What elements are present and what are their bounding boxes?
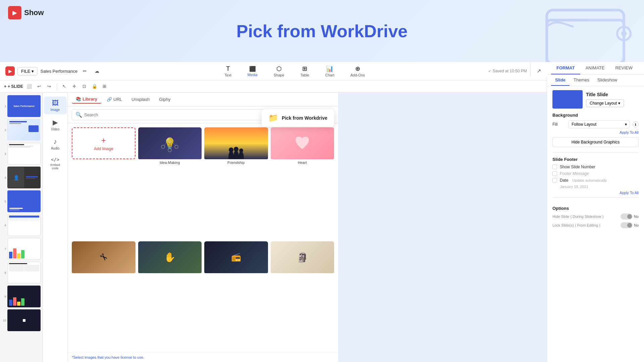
sidebar-item-image[interactable]: 🖼 Image — [44, 97, 67, 114]
redo-icon[interactable]: ↪ — [45, 82, 53, 90]
lock-slide-toggle[interactable]: No — [621, 222, 639, 228]
workdrive-label: Pick from Workdrive — [282, 115, 327, 121]
lock-slide-value: No — [634, 223, 639, 227]
sub-tab-slideshow[interactable]: Slideshow — [593, 75, 621, 86]
tool-shape[interactable]: ⬡ Shape — [271, 64, 287, 78]
slide-8-num: 8 — [2, 271, 6, 275]
footer-message-row: Footer Message — [552, 171, 639, 176]
sidebar-item-video[interactable]: ▶ Video — [44, 116, 67, 134]
cloud-icon[interactable]: ☁ — [92, 66, 102, 76]
sidebar-item-audio[interactable]: ♪ Audio — [44, 135, 67, 153]
slide-1[interactable]: Sales Performance — [7, 95, 41, 117]
fill-select[interactable]: Follow Layout ▾ — [569, 120, 630, 128]
embed-icon: </> — [51, 157, 59, 162]
show-slide-number-checkbox[interactable] — [552, 165, 557, 169]
tab-unsplash[interactable]: Unsplash — [127, 96, 154, 103]
addons-tool-label: Add-Ons — [351, 73, 365, 77]
undo-icon[interactable]: ↩ — [35, 82, 43, 90]
image-card-hand[interactable]: ✋ — [138, 241, 202, 349]
hide-slide-dot — [627, 214, 632, 219]
fill-info-icon[interactable]: ℹ — [633, 121, 639, 127]
tab-url[interactable]: 🔗 URL — [103, 96, 126, 103]
file-dropdown-icon: ▾ — [32, 69, 34, 74]
tab-format[interactable]: FORMAT — [551, 62, 580, 74]
image-card-statue[interactable]: 🗿 — [271, 241, 334, 349]
slide-7[interactable] — [8, 238, 41, 260]
tool-text[interactable]: T Text — [222, 64, 234, 78]
tool-table[interactable]: ⊞ Table — [298, 64, 312, 78]
search-box[interactable]: 🔍 — [72, 109, 293, 120]
tool-media[interactable]: ⬛ Media — [245, 64, 260, 78]
add-image-button[interactable]: + Add Image — [72, 127, 136, 159]
lock-icon[interactable]: 🔒 — [91, 82, 99, 90]
slide-6-content — [8, 215, 40, 222]
svg-point-4 — [167, 137, 172, 143]
image-card-idea[interactable]: 💡 Idea-Making — [138, 127, 202, 239]
image-card-heart[interactable]: Heart — [271, 127, 334, 239]
slide-3-content — [8, 143, 40, 148]
apply-all-footer[interactable]: Apply To All — [552, 191, 639, 195]
hide-background-button[interactable]: Hide Background Graphics — [552, 137, 639, 147]
apply-all-fill[interactable]: Apply To All — [552, 130, 639, 134]
slide-3[interactable] — [8, 143, 41, 165]
change-layout-button[interactable]: Change Layout ▾ — [586, 99, 624, 107]
slide-7-content — [8, 238, 40, 259]
text-tool-label: Text — [225, 73, 231, 77]
file-label: FILE — [21, 69, 30, 74]
library-tabs: 📚 Library 🔗 URL Unsplash Giphy — [68, 93, 338, 107]
fill-row: Fill Follow Layout ▾ ℹ — [552, 120, 639, 128]
toolbar-logo: ▶ — [5, 66, 15, 76]
add-slide-button[interactable]: + + SLIDE — [4, 84, 23, 89]
media-tool-icon: ⬛ — [249, 66, 256, 72]
footer-section-title: Slide Footer — [552, 157, 639, 162]
slide-9[interactable] — [7, 286, 41, 307]
sub-tab-slide[interactable]: Slide — [551, 75, 570, 86]
tab-giphy[interactable]: Giphy — [155, 96, 174, 103]
date-checkbox[interactable] — [552, 178, 557, 183]
slide-6[interactable] — [8, 214, 41, 236]
image-icon: 🖼 — [52, 99, 59, 107]
tab-review[interactable]: REVIEW — [610, 62, 638, 74]
slide-9-content — [8, 286, 40, 307]
saved-text-label: Saved at 10:50 PM — [493, 69, 527, 73]
tab-library[interactable]: 📚 Library — [72, 95, 101, 104]
toolbar-left: ▶ FILE ▾ Sales Performance ✏ ☁ — [5, 66, 102, 76]
tab-animate[interactable]: ANIMATE — [580, 62, 610, 74]
cursor-icon[interactable]: ✛ — [70, 82, 78, 90]
image-card-scissors[interactable]: ✂ — [72, 241, 136, 349]
workdrive-popup[interactable]: 📁 Pick from Workdrive — [262, 109, 334, 127]
search-input[interactable] — [84, 112, 289, 117]
tool-addons[interactable]: ⊕ Add-Ons — [348, 64, 368, 78]
audio-label: Audio — [51, 146, 60, 150]
footer-section: Slide Footer Show Slide Number Footer Me… — [552, 153, 639, 195]
sidebar-item-embed[interactable]: </> Embed code — [44, 154, 67, 173]
slide-2[interactable] — [7, 119, 41, 141]
slide-10[interactable] — [7, 309, 41, 331]
divider — [57, 83, 57, 90]
slide-4[interactable]: 👤 — [7, 167, 41, 188]
crop-icon[interactable]: ⊡ — [80, 82, 89, 90]
slide-5[interactable] — [7, 190, 41, 212]
right-panel-content: Title Slide Change Layout ▾ Background F… — [547, 86, 644, 235]
pointer-icon[interactable]: ↖ — [60, 82, 68, 90]
add-image-label: Add Image — [94, 146, 113, 151]
hide-slide-note: ( During Slideshow ) — [570, 215, 603, 219]
hide-slide-pill[interactable] — [621, 214, 633, 220]
embed-label: Embed code — [47, 163, 63, 170]
slide-8[interactable] — [8, 262, 41, 284]
image-card-friendship[interactable]: Friendship — [204, 127, 268, 239]
rename-icon[interactable]: ✏ — [80, 66, 90, 76]
share2-icon[interactable]: ↗ — [533, 65, 545, 77]
lock-slide-pill[interactable] — [621, 222, 633, 228]
svg-rect-1 — [547, 20, 624, 62]
lock-slide-note: ( From Editing ) — [575, 223, 600, 227]
hide-slide-toggle[interactable]: No — [621, 214, 639, 220]
svg-point-13 — [233, 150, 239, 159]
sub-tab-themes[interactable]: Themes — [570, 75, 593, 86]
group-icon[interactable]: ⊞ — [101, 82, 109, 90]
file-button[interactable]: FILE ▾ — [17, 67, 38, 75]
slide-layout-icon[interactable]: ⬜ — [25, 82, 33, 90]
image-card-radio[interactable]: 📻 — [204, 241, 268, 349]
tool-chart[interactable]: 📊 Chart — [323, 64, 337, 78]
footer-message-checkbox[interactable] — [552, 171, 557, 176]
